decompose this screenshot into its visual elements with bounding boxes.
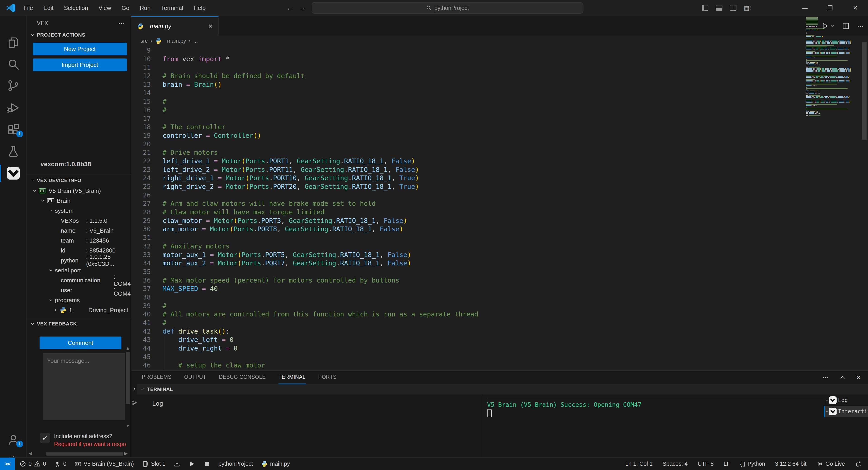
menu-run[interactable]: Run	[136, 3, 154, 13]
activity-item-account[interactable]: 1	[0, 429, 27, 450]
maximize-panel-icon[interactable]	[839, 374, 846, 381]
panel-tab-debug-console[interactable]: DEBUG CONSOLE	[219, 371, 266, 384]
minimize-icon[interactable]: —	[792, 0, 817, 16]
status-slot-1[interactable]: Slot 1	[142, 461, 165, 467]
menu-file[interactable]: File	[20, 3, 37, 13]
bottom-panel: PROBLEMSOUTPUTDEBUG CONSOLETERMINALPORTS…	[131, 370, 868, 457]
tree-row-user[interactable]: user: COM47	[27, 285, 131, 295]
menu-selection[interactable]: Selection	[60, 3, 92, 13]
tree-row-name[interactable]: name: V5_Brain	[27, 226, 131, 236]
status-0[interactable]: 0	[54, 461, 66, 467]
scroll-up-icon[interactable]: ▲	[125, 345, 130, 351]
tree-row-python[interactable]: python: 1.0.1.25 (0x5C3D...	[27, 256, 131, 265]
tree-row-1-[interactable]: 1:Driving_Project	[27, 305, 131, 315]
activity-item-files[interactable]	[0, 32, 27, 54]
close-icon[interactable]: ✕	[843, 0, 868, 16]
menu-go[interactable]: Go	[118, 3, 133, 13]
toggle-panel-icon[interactable]	[716, 5, 722, 11]
sidebar-more-icon[interactable]: ⋯	[118, 19, 125, 27]
menu-help[interactable]: Help	[190, 3, 209, 13]
status-pythonproject[interactable]: pythonProject	[218, 461, 253, 467]
status-v5-brain-v5-brain-[interactable]: V5 Brain (V5_Brain)	[74, 461, 134, 467]
terminal-list-item-log[interactable]: ┌Log	[824, 395, 868, 406]
code-editor[interactable]: 910from vex import *1112# Brain should b…	[131, 46, 807, 370]
menu-view[interactable]: View	[95, 3, 115, 13]
close-panel-icon[interactable]: ✕	[856, 374, 861, 381]
command-center-search[interactable]: pythonProject	[312, 2, 583, 13]
activity-item-source-control[interactable]	[0, 75, 27, 96]
checkbox-label: Include email address?	[54, 433, 126, 439]
scroll-left-icon[interactable]: ◀	[29, 450, 32, 456]
status-play-icon[interactable]	[188, 461, 195, 467]
status-stop-icon[interactable]	[204, 461, 210, 467]
panel-tab-ports[interactable]: PORTS	[318, 371, 337, 384]
title-bar: FileEditSelectionViewGoRunTerminalHelp ←…	[0, 0, 868, 16]
toggle-sidebar-icon[interactable]	[702, 5, 708, 11]
tree-row-system[interactable]: system	[27, 206, 131, 216]
toggle-secondary-sidebar-icon[interactable]	[730, 5, 737, 11]
feedback-message-input[interactable]	[43, 353, 125, 419]
breadcrumb[interactable]: src› main.py› ...	[131, 36, 868, 46]
split-terminal-icon[interactable]	[132, 400, 137, 405]
new-project-button[interactable]: New Project	[33, 43, 127, 55]
tab-close-icon[interactable]: ✕	[208, 23, 213, 30]
restore-icon[interactable]: ❐	[817, 0, 843, 16]
comment-button[interactable]: Comment	[39, 337, 121, 349]
python-icon	[155, 37, 162, 44]
terminal-content[interactable]: Log V5 Brain (V5_Brain) Success: Opening…	[137, 395, 868, 457]
section-device-info[interactable]: VEX DEVICE INFO	[27, 175, 131, 186]
vexcom-version: vexcom:1.0.0b38	[40, 161, 91, 168]
tree-row-brain[interactable]: Brain	[27, 196, 131, 206]
editor-tab-bar: main.py ✕ ⋯	[131, 16, 868, 36]
tab-label: main.py	[150, 23, 204, 30]
activity-item-vex[interactable]	[0, 162, 27, 184]
activity-item-search[interactable]	[0, 53, 27, 75]
chevron-right-icon[interactable]	[132, 387, 137, 392]
status-utf-8[interactable]: UTF-8	[698, 461, 714, 467]
device-info-tree: V5 Brain (V5_Brain)BrainsystemVEXos: 1.1…	[27, 186, 131, 315]
customize-layout-icon[interactable]: ▩⁝	[744, 5, 750, 11]
panel-tab-terminal[interactable]: TERMINAL	[278, 371, 306, 384]
status-0[interactable]: 00	[20, 461, 46, 467]
chevron-down-icon	[30, 178, 35, 183]
status-ln-1-col-1[interactable]: Ln 1, Col 1	[625, 461, 653, 467]
sidebar-horizontal-scrollbar[interactable]	[46, 452, 123, 456]
activity-item-extensions[interactable]: 1	[0, 119, 27, 140]
scroll-down-icon[interactable]: ▼	[125, 423, 130, 429]
tab-main-py[interactable]: main.py ✕	[131, 16, 219, 36]
tree-row-vexos[interactable]: VEXos: 1.1.5.0	[27, 216, 131, 226]
status-main-py[interactable]: main.py	[261, 461, 290, 467]
panel-more-icon[interactable]: ⋯	[823, 374, 829, 381]
activity-item-beaker[interactable]	[0, 141, 27, 162]
section-project-actions[interactable]: PROJECT ACTIONS	[27, 30, 131, 40]
import-project-button[interactable]: Import Project	[33, 59, 127, 71]
nav-back-icon[interactable]: ←	[287, 4, 293, 12]
terminal-list-item-interactiv[interactable]: └Interactiv...	[824, 406, 868, 417]
menu-terminal[interactable]: Terminal	[157, 3, 187, 13]
panel-tab-output[interactable]: OUTPUT	[184, 371, 206, 384]
scroll-right-icon[interactable]: ▶	[124, 450, 128, 456]
status-download-icon[interactable]	[174, 461, 180, 467]
nav-forward-icon[interactable]: →	[299, 4, 306, 12]
remote-indicator[interactable]: ><	[0, 458, 15, 470]
include-email-checkbox[interactable]: ✓	[40, 433, 50, 443]
terminal-group-header[interactable]: TERMINAL	[137, 384, 868, 395]
status-lf[interactable]: LF	[723, 461, 730, 467]
status-bell-icon[interactable]	[855, 461, 862, 467]
tree-row-v5-brain-v5-brain-[interactable]: V5 Brain (V5_Brain)	[27, 186, 131, 196]
minimap[interactable]	[806, 17, 858, 143]
tree-row-team[interactable]: team: 123456	[27, 236, 131, 245]
status-go-live[interactable]: Go Live	[816, 461, 845, 467]
editor-more-icon[interactable]: ⋯	[857, 22, 864, 30]
status-python[interactable]: { }Python	[740, 461, 765, 467]
feedback-scrollbar[interactable]	[126, 352, 130, 404]
panel-tab-problems[interactable]: PROBLEMS	[142, 371, 172, 384]
activity-item-run-debug[interactable]	[0, 97, 27, 119]
status-3-12-2-64-bit[interactable]: 3.12.2 64-bit	[775, 461, 807, 467]
status-spaces-4[interactable]: Spaces: 4	[662, 461, 688, 467]
code-line-29: 29claw_motor = Motor(Ports.PORT3, GearSe…	[131, 216, 807, 225]
section-vex-feedback[interactable]: VEX FEEDBACK	[27, 319, 131, 329]
editor-scrollbar[interactable]	[862, 42, 867, 140]
menu-edit[interactable]: Edit	[40, 3, 57, 13]
feedback-section: VEX FEEDBACK Comment ▲ ▼ ✓ Include email…	[27, 319, 131, 457]
